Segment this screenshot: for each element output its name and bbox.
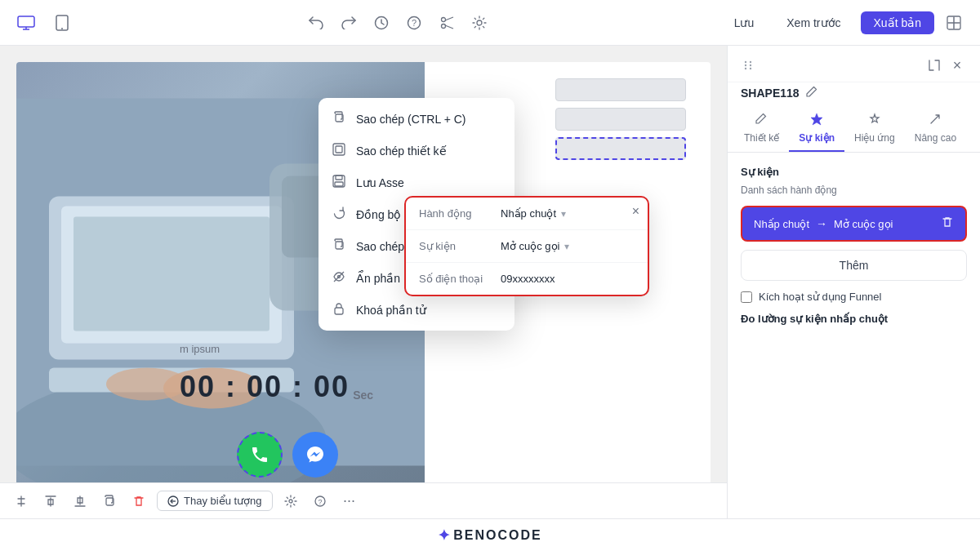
brand-name: BENOCODE xyxy=(453,528,541,543)
layout-icon[interactable] xyxy=(941,10,967,36)
dialog-row-phone: Số điện thoại 09xxxxxxxx xyxy=(406,263,648,295)
effects-tab-icon xyxy=(868,113,881,129)
advanced-tab-icon xyxy=(929,113,942,129)
tab-advanced[interactable]: Nâng cao xyxy=(905,106,966,152)
svg-point-8 xyxy=(477,20,482,25)
footer-brand: ✦ BENOCODE xyxy=(0,518,980,551)
align-center-icon[interactable] xyxy=(10,490,33,513)
funnel-checkbox-label[interactable]: Kích hoạt sử dụng Funnel xyxy=(759,291,881,303)
dialog-action-label: Hành động xyxy=(419,207,501,220)
scissors-icon[interactable] xyxy=(434,10,460,36)
save-asse-label: Lưu Asse xyxy=(356,176,404,189)
panel-body: Sự kiện Danh sách hành động Nhấp chuột →… xyxy=(728,153,980,338)
action-item-text: Nhấp chuột → Mở cuộc gọi xyxy=(754,217,941,230)
context-copy[interactable]: Sao chép (CTRL + C) xyxy=(318,103,514,135)
dialog-row-event: Sự kiện Mở cuộc gọi ▾ xyxy=(406,230,648,263)
effects-tab-label: Hiệu ứng xyxy=(854,132,895,144)
svg-rect-0 xyxy=(18,16,34,27)
replace-symbol-button[interactable]: Thay biểu tượng xyxy=(157,491,273,511)
copy-design-label: Sao chép thiết kế xyxy=(356,144,447,158)
bottom-toolbar: Thay biểu tượng ? ··· xyxy=(0,482,727,518)
main-toolbar: ? Lưu Xem trước Xuất bản xyxy=(0,0,980,46)
lorem-text: m ipsum xyxy=(180,343,220,355)
svg-point-6 xyxy=(442,17,446,21)
design-tab-label: Thiết kế xyxy=(744,132,779,144)
tab-effects[interactable]: Hiệu ứng xyxy=(844,106,905,152)
settings-icon[interactable] xyxy=(466,10,492,36)
dialog-action-chevron: ▾ xyxy=(561,208,566,220)
action-list-label: Danh sách hành động xyxy=(741,184,967,196)
context-lock[interactable]: Khoá phần tử xyxy=(318,294,514,326)
history-icon[interactable] xyxy=(368,10,394,36)
dialog-event-text: Mở cuộc gọi xyxy=(501,240,559,252)
timer-sec-label: Sec xyxy=(353,389,373,402)
replace-symbol-label: Thay biểu tượng xyxy=(184,495,262,507)
dialog-action-value: Nhấp chuột ▾ xyxy=(501,207,635,220)
content-block-3 xyxy=(555,137,686,160)
bottom-help-icon[interactable]: ? xyxy=(309,490,332,513)
events-tab-label: Sự kiện xyxy=(799,132,835,144)
panel-close-icon[interactable]: × xyxy=(947,56,967,75)
desktop-icon[interactable] xyxy=(13,10,39,36)
svg-rect-22 xyxy=(336,146,342,153)
right-panel: × SHAPE118 Thiết kế Sự kiện Hiệu ứng xyxy=(727,46,980,518)
dialog-event-label: Sự kiện xyxy=(419,240,501,252)
publish-button[interactable]: Xuất bản xyxy=(861,11,934,34)
context-copy-design[interactable]: Sao chép thiết kế xyxy=(318,135,514,167)
undo-icon[interactable] xyxy=(303,10,329,36)
tab-design[interactable]: Thiết kế xyxy=(734,106,789,152)
action-arrow-icon: → xyxy=(816,217,827,230)
delete-icon[interactable] xyxy=(127,490,150,513)
tab-events[interactable]: Sự kiện xyxy=(789,106,844,152)
tablet-icon[interactable] xyxy=(49,10,75,36)
content-block-1 xyxy=(555,78,686,101)
events-section-title: Sự kiện xyxy=(741,166,967,178)
action-name-label: Mở cuộc gọi xyxy=(834,218,893,230)
save-button[interactable]: Lưu xyxy=(721,11,768,34)
preview-button[interactable]: Xem trước xyxy=(773,11,853,34)
panel-expand-icon[interactable] xyxy=(924,56,944,75)
svg-text:?: ? xyxy=(412,18,416,28)
copy2-label: Sao chép xyxy=(356,240,404,253)
brand-logo: ✦ BENOCODE xyxy=(438,527,541,544)
copy-icon xyxy=(332,111,346,127)
drag-handle[interactable] xyxy=(741,60,755,70)
copy-label: Sao chép (CTRL + C) xyxy=(356,113,466,126)
redo-icon[interactable] xyxy=(336,10,362,36)
align-top-icon[interactable] xyxy=(39,490,62,513)
action-trigger-label: Nhấp chuột xyxy=(754,218,809,230)
svg-point-17 xyxy=(106,368,188,401)
dialog-close-button[interactable]: × xyxy=(632,204,639,219)
phone-button[interactable] xyxy=(237,432,283,478)
bottom-settings-icon[interactable] xyxy=(279,490,302,513)
hide-label: Ẩn phần xyxy=(356,272,400,285)
panel-edit-icon[interactable] xyxy=(806,86,817,100)
svg-point-36 xyxy=(745,64,746,66)
bottom-more-icon[interactable]: ··· xyxy=(338,490,361,513)
lock-label: Khoá phần tử xyxy=(356,304,426,317)
dialog-row-action: Hành động Nhấp chuột ▾ xyxy=(406,198,648,230)
action-delete-icon[interactable] xyxy=(941,216,954,232)
help-icon[interactable]: ? xyxy=(401,10,427,36)
svg-point-40 xyxy=(750,68,751,69)
panel-header: × xyxy=(728,46,980,82)
align-bottom-icon[interactable] xyxy=(69,490,91,513)
lock-icon xyxy=(332,302,346,318)
copy-design-icon xyxy=(332,143,346,158)
action-item-row: Nhấp chuột → Mở cuộc gọi xyxy=(741,206,967,242)
svg-point-7 xyxy=(442,24,446,28)
timer-display: 00 : 00 : 00 Sec xyxy=(180,370,373,404)
events-tab-icon xyxy=(810,113,823,129)
context-save[interactable]: Lưu Asse xyxy=(318,167,514,198)
messenger-button[interactable] xyxy=(292,432,338,478)
duplicate-icon[interactable] xyxy=(98,490,121,513)
funnel-checkbox-row: Kích hoạt sử dụng Funnel xyxy=(741,291,967,303)
funnel-checkbox[interactable] xyxy=(741,291,752,303)
dialog-event-value: Mở cuộc gọi ▾ xyxy=(501,240,635,252)
dialog-event-chevron: ▾ xyxy=(564,241,569,252)
them-button[interactable]: Thêm xyxy=(741,250,967,281)
device-switcher xyxy=(13,10,75,36)
panel-tabs: Thiết kế Sự kiện Hiệu ứng Nâng cao xyxy=(728,106,980,153)
svg-point-38 xyxy=(750,61,751,63)
svg-line-28 xyxy=(334,272,344,282)
